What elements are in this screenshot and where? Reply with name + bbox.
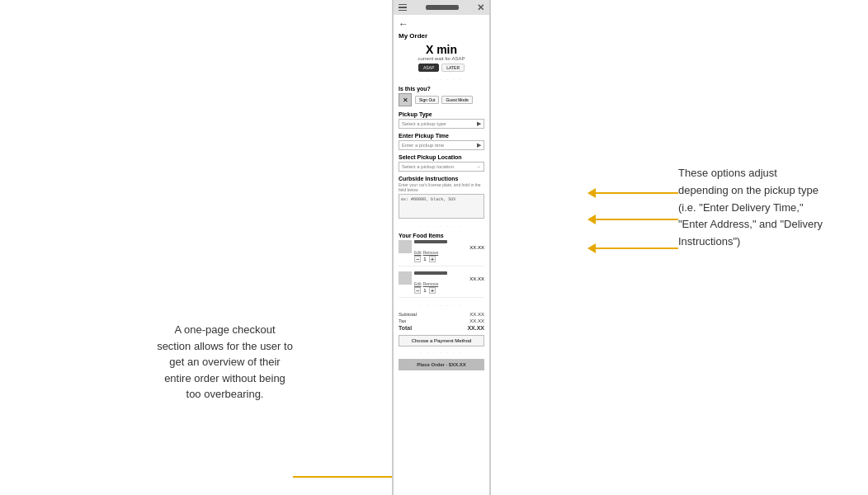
qty-decrease-button[interactable]: − [414, 256, 421, 262]
left-arrow-line [293, 476, 392, 478]
food-item-qty: − 1 + [414, 256, 484, 262]
divider-4: · · · · · · · [399, 350, 484, 356]
phone-frame: ✕ ← My Order X min current wait for ASAP… [392, 0, 491, 495]
arrow-line-2 [596, 219, 678, 220]
curbside-label: Curbside Instructions [399, 176, 484, 182]
totals-section: Subtotal XX.XX Tax XX.XX Total XX.XX [399, 312, 484, 331]
payment-method-button[interactable]: Choose a Payment Method [399, 335, 484, 346]
top-bar-title [426, 5, 459, 10]
right-arrow-3 [587, 243, 678, 253]
pickup-type-label: Pickup Type [399, 111, 484, 117]
food-item-row: XX.XX Edit Remove − 1 + [399, 271, 484, 298]
food-items-label: Your Food Items [399, 233, 484, 238]
sign-out-button[interactable]: Sign Out [415, 96, 439, 104]
food-item-thumbnail [399, 240, 412, 253]
qty-decrease-button[interactable]: − [414, 287, 421, 294]
later-button[interactable]: LATER [441, 64, 465, 72]
tax-value: XX.XX [469, 318, 484, 323]
pickup-type-arrow: ▶ [477, 120, 481, 127]
phone-content: ← My Order X min current wait for ASAP A… [394, 15, 489, 374]
food-item-actions: Edit Remove [414, 250, 484, 255]
back-button[interactable]: ← [399, 18, 484, 30]
food-items-section: Your Food Items XX.XX Edit Remove − 1 [399, 233, 484, 298]
pickup-time-select[interactable]: Enter a pickup time ▶ [399, 140, 484, 150]
guest-mode-button[interactable]: Guest Mode [441, 96, 472, 104]
arrow-head-2 [587, 214, 596, 224]
curbside-sublabel: Enter your car's license plate, and hold… [399, 182, 484, 192]
pickup-type-placeholder: Select a pickup type [402, 121, 446, 126]
order-title: My Order [399, 32, 484, 40]
tax-label: Tax [399, 318, 406, 323]
wait-time-value: X min [399, 43, 484, 56]
arrow-line-1 [596, 192, 678, 194]
food-item-row: XX.XX Edit Remove − 1 + [399, 240, 484, 266]
arrow-line-3 [596, 248, 678, 249]
subtotal-label: Subtotal [399, 312, 417, 317]
pickup-type-select[interactable]: Select a pickup type ▶ [399, 119, 484, 129]
edit-button[interactable]: Edit [414, 281, 422, 286]
left-annotation-text: A one-page checkout section allows for t… [157, 323, 293, 400]
pickup-type-section: Pickup Type Select a pickup type ▶ [399, 111, 484, 129]
is-this-you-label: Is this you? [399, 86, 484, 92]
pickup-location-placeholder: Select a pickup location [402, 164, 454, 169]
pickup-time-label: Enter Pickup Time [399, 133, 484, 139]
subtotal-row: Subtotal XX.XX [399, 312, 484, 317]
wait-time-buttons: ASAP LATER [399, 64, 484, 72]
qty-increase-button[interactable]: + [429, 287, 436, 294]
pickup-location-select[interactable]: Select a pickup location → [399, 162, 484, 172]
right-annotation: These options adjust depending on the pi… [678, 165, 827, 251]
arrow-head-1 [587, 188, 596, 198]
place-order-label: Place Order · $XX.XX [417, 362, 466, 367]
pickup-time-section: Enter Pickup Time Enter a pickup time ▶ [399, 133, 484, 150]
wait-time-box: X min current wait for ASAP ASAP LATER [399, 43, 484, 72]
right-arrow-2 [587, 214, 678, 224]
divider-1: · · · · · · · [399, 77, 484, 82]
subtotal-value: XX.XX [469, 312, 484, 317]
remove-button[interactable]: Remove [423, 250, 439, 255]
qty-value: 1 [422, 257, 427, 262]
food-item-details: XX.XX Edit Remove − 1 + [414, 240, 484, 262]
right-annotation-text: These options adjust depending on the pi… [678, 167, 823, 248]
place-order-button[interactable]: Place Order · $XX.XX [399, 359, 484, 370]
total-value: XX.XX [467, 325, 484, 331]
asap-button[interactable]: ASAP [418, 64, 439, 72]
is-this-you-section: Is this you? ✕ Sign Out Guest Mode [399, 86, 484, 106]
arrow-head-3 [587, 243, 596, 253]
divider-3: · · · · · · · [399, 303, 484, 309]
hamburger-icon[interactable] [399, 4, 407, 12]
top-bar: ✕ [394, 0, 489, 15]
food-item-name-bar [414, 271, 447, 275]
user-action-btns: Sign Out Guest Mode [415, 96, 473, 104]
food-item-details: XX.XX Edit Remove − 1 + [414, 271, 484, 294]
curbside-section: Curbside Instructions Enter your car's l… [399, 176, 484, 219]
pickup-location-arrow: → [476, 164, 481, 169]
pickup-time-arrow: ▶ [477, 142, 481, 148]
pickup-time-placeholder: Enter a pickup time [402, 143, 444, 148]
total-label: Total [399, 325, 412, 331]
left-annotation: A one-page checkout section allows for t… [157, 322, 293, 403]
food-item-actions: Edit Remove [414, 281, 484, 286]
pickup-location-section: Select Pickup Location Select a pickup l… [399, 154, 484, 172]
remove-button[interactable]: Remove [423, 281, 439, 286]
curbside-input[interactable]: ex: #00000, black, SUV [399, 194, 484, 219]
wait-time-label: current wait for ASAP [399, 56, 484, 61]
user-row: ✕ Sign Out Guest Mode [399, 93, 484, 106]
total-row: Total XX.XX [399, 325, 484, 331]
qty-value: 1 [422, 288, 427, 293]
food-item-thumbnail [399, 271, 412, 285]
edit-button[interactable]: Edit [414, 250, 422, 255]
right-arrow-1 [587, 188, 678, 198]
pickup-location-label: Select Pickup Location [399, 154, 484, 160]
close-icon[interactable]: ✕ [477, 2, 484, 13]
qty-increase-button[interactable]: + [429, 256, 436, 262]
food-item-qty: − 1 + [414, 287, 484, 294]
user-avatar: ✕ [399, 93, 412, 106]
tax-row: Tax XX.XX [399, 318, 484, 323]
payment-label: Choose a Payment Method [412, 338, 472, 343]
divider-2: · · · · · · · [399, 224, 484, 229]
left-arrow [293, 472, 400, 482]
page-container: A one-page checkout section allows for t… [0, 0, 868, 495]
food-item-name-bar [414, 240, 447, 243]
